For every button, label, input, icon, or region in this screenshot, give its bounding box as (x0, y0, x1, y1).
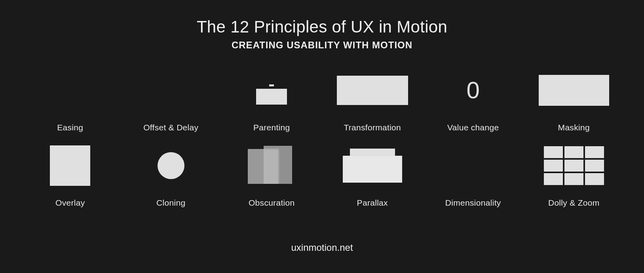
dolly-cell-icon (564, 160, 583, 172)
parallax-front-icon (343, 156, 402, 183)
principle-label: Dimensionality (445, 198, 501, 208)
principle-label: Easing (57, 123, 83, 132)
principle-parallax: Parallax (322, 142, 423, 208)
parenting-icon (232, 67, 311, 114)
dolly-cell-icon (544, 173, 563, 185)
principle-parenting: Parenting (221, 67, 322, 132)
easing-icon (30, 67, 110, 114)
principle-label: Parenting (253, 123, 290, 132)
principle-label: Overlay (55, 198, 85, 208)
principle-masking: Masking (524, 67, 625, 132)
obscuration-front-icon (264, 146, 292, 184)
principle-label: Offset & Delay (143, 123, 198, 132)
principle-label: Cloning (156, 198, 185, 208)
principle-label: Masking (558, 123, 590, 132)
transformation-icon (333, 67, 412, 114)
principle-easing: Easing (20, 67, 121, 132)
header: The 12 Principles of UX in Motion CREATI… (0, 0, 644, 51)
principle-label: Transformation (344, 123, 401, 132)
dolly-cell-icon (585, 160, 604, 172)
obscuration-icon (232, 142, 311, 189)
cloning-icon (131, 142, 211, 189)
principle-label: Obscuration (249, 198, 295, 208)
principle-label: Value change (447, 123, 499, 132)
principle-dolly-zoom: Dolly & Zoom (524, 142, 625, 208)
value-change-icon: 0 (433, 67, 513, 114)
principle-obscuration: Obscuration (221, 142, 322, 208)
page-subtitle: CREATING USABILITY WITH MOTION (0, 40, 644, 51)
principle-dimensionality: Dimensionality (423, 142, 524, 208)
offset-delay-icon (131, 67, 211, 114)
dolly-zoom-icon (534, 142, 614, 189)
principles-grid: Easing Offset & Delay Parenting Transfor… (20, 67, 624, 208)
masking-icon (534, 67, 614, 114)
parallax-icon (333, 142, 412, 189)
dolly-cell-icon (544, 160, 563, 172)
masking-rect-icon (539, 75, 609, 106)
principle-cloning: Cloning (121, 142, 222, 208)
parenting-box-icon (256, 89, 287, 105)
dolly-cell-icon (585, 146, 604, 158)
dolly-cell-icon (564, 146, 583, 158)
overlay-icon (30, 142, 110, 189)
overlay-square-icon (50, 145, 90, 186)
cloning-circle-icon (158, 152, 184, 179)
dolly-cell-icon (544, 146, 563, 158)
dolly-cell-icon (585, 173, 604, 185)
principle-label: Dolly & Zoom (548, 198, 600, 208)
page-title: The 12 Principles of UX in Motion (0, 17, 644, 36)
parenting-bar-icon (269, 84, 274, 86)
principle-offset-delay: Offset & Delay (121, 67, 222, 132)
principle-transformation: Transformation (322, 67, 423, 132)
dolly-grid-icon (544, 146, 604, 185)
footer-url: uxinmotion.net (0, 242, 644, 253)
value-change-number: 0 (467, 78, 480, 102)
principle-overlay: Overlay (20, 142, 121, 208)
principle-value-change: 0 Value change (423, 67, 524, 132)
dolly-cell-icon (564, 173, 583, 185)
transformation-rect-icon (337, 76, 408, 105)
principle-label: Parallax (357, 198, 388, 208)
dimensionality-icon (433, 142, 513, 189)
